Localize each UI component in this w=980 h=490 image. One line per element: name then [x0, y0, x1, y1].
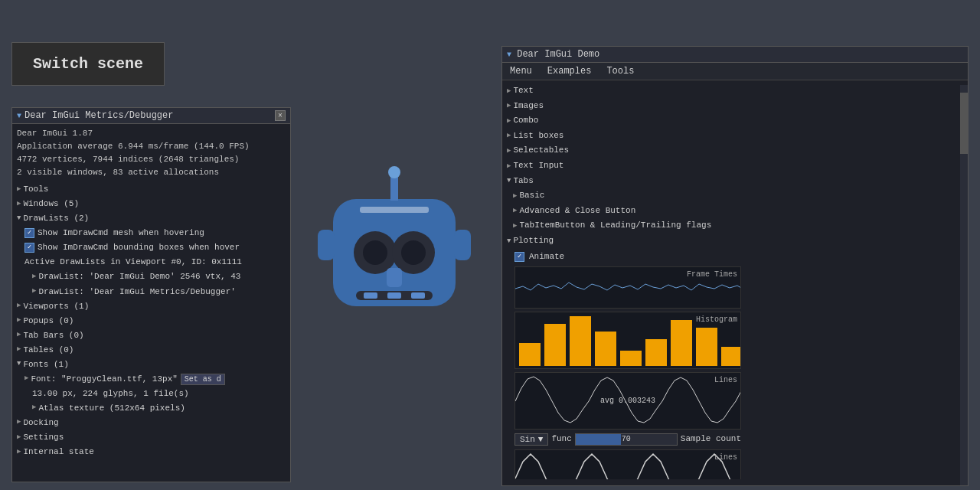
tree-arrow-atlas: ▶ — [32, 403, 36, 413]
stat-line-1: Dear ImGui 1.87 — [17, 127, 286, 140]
label-text: Text — [513, 84, 533, 98]
stat-line-2: Application average 6.944 ms/frame (144.… — [17, 140, 286, 153]
metrics-title-text: Dear ImGui Metrics/Debugger — [24, 110, 173, 121]
metrics-title-arrow: ▼ — [17, 112, 21, 120]
demo-tree-textinput[interactable]: ▶ Text Input — [507, 158, 741, 174]
checkbox-animate[interactable] — [514, 252, 524, 262]
set-as-default-button[interactable]: Set as d — [181, 374, 225, 385]
lines-row: avg 0.003243 Lines — [514, 372, 741, 430]
demo-tree-plotting[interactable]: ▼ Plotting — [507, 234, 741, 249]
demo-tree-tabs-tabitem[interactable]: ▶ TabItemButton & Leading/Trailing flags — [507, 218, 741, 234]
tree-arrow-docking: ▶ — [17, 417, 21, 428]
menu-examples[interactable]: Examples — [544, 64, 595, 78]
svg-rect-22 — [696, 328, 717, 366]
sin-dropdown[interactable]: Sin ▼ — [514, 433, 548, 446]
lines-label: Lines — [714, 374, 737, 387]
tree-tabbars[interactable]: ▶ Tab Bars (0) — [17, 328, 286, 343]
demo-tree-tabs[interactable]: ▼ Tabs — [507, 174, 741, 189]
label-font-details: 13.00 px, 224 glyphs, 1 file(s) — [32, 387, 189, 400]
tri-text: ▶ — [507, 86, 511, 96]
checkbox-show-boxes[interactable] — [24, 243, 34, 253]
tri-tabs-basic: ▶ — [513, 191, 517, 201]
svg-rect-20 — [645, 339, 667, 366]
svg-rect-15 — [519, 343, 541, 366]
demo-tree-selectables[interactable]: ▶ Selectables — [507, 143, 741, 158]
label-tabs-advanced: Advanced & Close Button — [519, 204, 635, 218]
tree-label-tables: Tables (0) — [23, 344, 74, 357]
svg-point-3 — [363, 240, 387, 265]
tree-fonts[interactable]: ▼ Fonts (1) — [17, 358, 286, 372]
demo-window: ▼ Dear ImGui Demo Menu Examples Tools ▶ … — [501, 46, 969, 486]
svg-rect-5 — [387, 268, 402, 287]
tree-viewports[interactable]: ▶ Viewports (1) — [17, 299, 286, 314]
tree-drawlist-demo[interactable]: ▶ DrawList: 'Dear ImGui Demo' 2546 vtx, … — [17, 270, 286, 284]
tree-arrow-tables: ▶ — [17, 345, 21, 355]
tree-arrow-viewports: ▶ — [17, 301, 21, 312]
tri-tabs-advanced: ▶ — [513, 205, 517, 216]
menu-tools[interactable]: Tools — [603, 64, 637, 78]
tree-popups[interactable]: ▶ Popups (0) — [17, 314, 286, 328]
animate-label: Animate — [529, 250, 564, 264]
tree-windows[interactable]: ▶ Windows (5) — [17, 197, 286, 211]
robot-background — [283, 0, 505, 490]
lines2-svg — [515, 450, 741, 479]
demo-scrollbar[interactable] — [960, 85, 968, 485]
tree-font-proggyclean[interactable]: ▶ Font: "ProggyClean.ttf, 13px" Set as d — [17, 372, 286, 387]
tree-settings[interactable]: ▶ Settings — [17, 430, 286, 445]
tree-docking[interactable]: ▶ Docking — [17, 416, 286, 430]
tree-atlas-texture[interactable]: ▶ Atlas texture (512x64 pixels) — [17, 401, 286, 416]
tri-textinput: ▶ — [507, 161, 511, 172]
svg-point-4 — [401, 240, 426, 265]
scrollbar-thumb[interactable] — [960, 93, 968, 154]
metrics-stats: Dear ImGui 1.87 Application average 6.94… — [17, 127, 286, 179]
tree-tables[interactable]: ▶ Tables (0) — [17, 343, 286, 358]
metrics-close-button[interactable]: × — [275, 110, 286, 121]
controls-row: Sin ▼ func 70 Sample count — [514, 433, 741, 446]
tree-drawlist-metrics[interactable]: ▶ DrawList: 'Dear ImGui Metrics/Debugger… — [17, 285, 286, 299]
menu-menu[interactable]: Menu — [507, 64, 535, 78]
sample-count-slider[interactable]: 70 — [575, 433, 678, 446]
lines2-row: Lines — [514, 449, 741, 479]
func-label: func — [551, 433, 571, 446]
demo-title-bar: ▼ Dear ImGui Demo — [502, 47, 968, 63]
tree-arrow-drawlists: ▼ — [17, 214, 21, 224]
label-tabs-tabitem: TabItemButton & Leading/Trailing flags — [519, 219, 711, 233]
tree-show-mesh[interactable]: Show ImDrawCmd mesh when hovering — [17, 226, 286, 240]
svg-rect-17 — [570, 316, 591, 366]
svg-rect-7 — [364, 292, 377, 299]
tri-tabs-tabitem: ▶ — [513, 220, 517, 231]
demo-tree-tabs-basic[interactable]: ▶ Basic — [507, 188, 741, 204]
tri-selectables: ▶ — [507, 145, 511, 156]
svg-rect-8 — [387, 292, 401, 299]
label-combo: Combo — [513, 114, 538, 128]
demo-tree-text[interactable]: ▶ Text — [507, 83, 741, 99]
label-tabs: Tabs — [513, 175, 533, 188]
tree-show-boxes[interactable]: Show ImDrawCmd bounding boxes when hover — [17, 240, 286, 255]
demo-tree-tabs-advanced[interactable]: ▶ Advanced & Close Button — [507, 204, 741, 219]
tri-images: ▶ — [507, 100, 511, 111]
frame-times-label: Frame Times — [687, 269, 737, 281]
tree-arrow-settings: ▶ — [17, 433, 21, 443]
checkbox-show-mesh[interactable] — [24, 228, 34, 238]
label-listboxes: List boxes — [513, 129, 564, 143]
tree-label-viewports: Viewports (1) — [23, 300, 89, 313]
label-active-drawlists: Active DrawLists in Viewport #0, ID: 0x1… — [24, 256, 242, 269]
demo-tree-images[interactable]: ▶ Images — [507, 99, 741, 114]
tree-drawlists[interactable]: ▼ DrawLists (2) — [17, 211, 286, 226]
switch-scene-button[interactable]: Switch scene — [11, 42, 165, 86]
dropdown-arrow-icon: ▼ — [538, 435, 544, 444]
tree-internal-state[interactable]: ▶ Internal state — [17, 445, 286, 459]
tri-combo: ▶ — [507, 116, 511, 126]
avg-label: avg 0.003243 — [600, 395, 655, 407]
tree-label-internal: Internal state — [23, 446, 93, 459]
demo-title-arrow: ▼ — [507, 51, 511, 59]
label-selectables: Selectables — [513, 144, 569, 158]
metrics-content: Dear ImGui 1.87 Application average 6.94… — [12, 124, 290, 479]
demo-tree-combo[interactable]: ▶ Combo — [507, 113, 741, 129]
tree-tools[interactable]: ▶ Tools — [17, 182, 286, 197]
label-atlas-texture: Atlas texture (512x64 pixels) — [38, 402, 185, 415]
demo-title-text: Dear ImGui Demo — [517, 49, 599, 60]
tree-arrow-windows: ▶ — [17, 199, 21, 210]
demo-tree-listboxes[interactable]: ▶ List boxes — [507, 129, 741, 144]
tree-arrow-drawlist-metrics: ▶ — [32, 286, 36, 297]
